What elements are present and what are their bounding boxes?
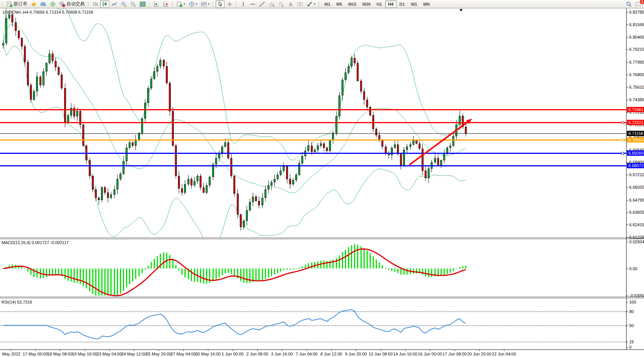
metaeditor-button[interactable]: [29, 0, 38, 8]
time-tick-mark: [35, 350, 36, 351]
price-tick-label: 6.76800: [627, 72, 644, 77]
rsi-axis-label: 80: [627, 309, 634, 314]
time-tick-mark: [307, 350, 307, 351]
time-tick-label: May 2022: [2, 352, 20, 356]
time-tick-mark: [282, 350, 282, 351]
price-tick-label: 6.66020: [627, 185, 644, 189]
search-button[interactable]: [624, 0, 633, 8]
text-label-button[interactable]: T: [296, 0, 305, 8]
time-tick-mark: [430, 350, 430, 351]
line-chart-button[interactable]: [110, 0, 119, 8]
chart-shift-button[interactable]: [161, 0, 170, 8]
crosshair-button[interactable]: [225, 0, 234, 8]
vertical-line-icon: [240, 1, 246, 7]
trendline-icon: [259, 1, 265, 7]
time-tick-mark: [109, 350, 110, 351]
time-tick-label: 17 Jun 08:00: [442, 352, 467, 356]
new-order-button[interactable]: 新订单: [5, 0, 29, 8]
toolbar-separator: [236, 1, 237, 7]
timeframe-D1[interactable]: D1: [397, 0, 408, 8]
macd-canvas[interactable]: [0, 239, 626, 297]
timeframe-group: M1M5M15M30H1H4D1W1MN: [321, 0, 433, 8]
cursor-button[interactable]: [216, 0, 225, 8]
rsi-label: RSI(14) 53.7319: [2, 300, 32, 304]
timeframe-M5[interactable]: M5: [333, 0, 345, 8]
timeframe-H1[interactable]: H1: [373, 0, 385, 8]
timeframe-H4[interactable]: H4: [385, 0, 397, 8]
price-level-label: 6.71158: [627, 131, 644, 136]
time-tick-label: 22 Jun 04:00: [492, 352, 516, 356]
price-tick-label: 6.75610: [627, 85, 644, 89]
chart-shift-marker-icon[interactable]: [460, 9, 463, 11]
price-tick-label: 6.64795: [627, 198, 644, 202]
timeframe-M1[interactable]: M1: [321, 0, 333, 8]
price-chart-canvas[interactable]: [0, 8, 626, 238]
time-tick-label: 25 May 20:00: [146, 352, 172, 356]
templates-button[interactable]: ▾: [199, 0, 211, 8]
price-tick-label: 6.67210: [627, 172, 644, 177]
price-tick-label: 6.79215: [627, 47, 644, 52]
rsi-axis-label: 15: [627, 340, 634, 344]
trendline-button[interactable]: [258, 0, 267, 8]
mt4-terminal-window: 新订单 自动交易 ▾ ▾ ▾ E F A T: [0, 0, 644, 357]
time-tick-mark: [479, 350, 480, 351]
dropdown-caret-icon: ▾: [314, 3, 315, 6]
cursor-icon: [217, 1, 223, 7]
crosshair-icon: [227, 1, 233, 7]
new-chart-button[interactable]: ▾: [175, 0, 187, 8]
time-tick-mark: [331, 350, 332, 351]
rsi-canvas[interactable]: [0, 298, 626, 349]
price-tick-label: 6.63605: [627, 210, 644, 215]
bar-chart-button[interactable]: [91, 0, 100, 8]
time-tick-mark: [60, 350, 60, 351]
time-tick-mark: [504, 350, 504, 351]
templates-icon: [201, 1, 207, 7]
arrows-icon: [307, 1, 313, 7]
macd-axis-label: 0.029341: [627, 240, 644, 244]
zoom-out-button[interactable]: [129, 0, 138, 8]
timeframe-MN[interactable]: MN: [420, 0, 433, 8]
timeframe-M15[interactable]: M15: [345, 0, 359, 8]
price-tick-label: 6.74385: [627, 97, 644, 102]
candlestick-chart-button[interactable]: [100, 0, 109, 8]
timeframe-W1[interactable]: W1: [408, 0, 420, 8]
notifications-button[interactable]: 1: [634, 0, 643, 8]
periods-button[interactable]: ▾: [187, 0, 199, 8]
time-tick-mark: [233, 350, 233, 351]
price-level-label: 6.68072: [627, 163, 644, 168]
time-tick-label: 16 Jun 00:00: [418, 352, 442, 356]
macd-axis-label: 0.00: [627, 266, 637, 271]
macd-axis-label: -0.030587: [627, 293, 644, 298]
time-tick-mark: [208, 350, 208, 351]
equidistant-channel-button[interactable]: E: [267, 0, 276, 8]
svg-text:F: F: [282, 5, 283, 7]
mql5-community-button[interactable]: [39, 0, 48, 8]
arrows-button[interactable]: ▾: [305, 0, 317, 8]
macd-label: MACD(12,26,9) 0.001727 -0.002117: [2, 240, 69, 245]
price-tick-label: 6.61225: [627, 235, 644, 240]
candlestick-icon: [102, 1, 108, 7]
price-tick-label: 6.80405: [627, 35, 644, 39]
zoom-out-icon: [130, 1, 136, 7]
timeframe-M30[interactable]: M30: [359, 0, 373, 8]
time-tick-label: 24 May 12:00: [121, 352, 147, 356]
main-toolbar: 新订单 自动交易 ▾ ▾ ▾ E F A T: [0, 0, 644, 8]
horizontal-line-button[interactable]: [248, 0, 257, 8]
signals-button[interactable]: [48, 0, 57, 8]
rsi-axis-label: 100: [627, 300, 636, 304]
time-axis[interactable]: May 202217 May 00:0018 May 08:0019 May 1…: [0, 349, 644, 357]
time-tick-label: 27 May 04:00: [171, 352, 196, 356]
price-axis[interactable]: 6.827856.815956.804056.792156.779906.768…: [627, 8, 644, 349]
text-button[interactable]: A: [286, 0, 295, 8]
tile-windows-button[interactable]: [138, 0, 147, 8]
fibonacci-button[interactable]: F: [277, 0, 286, 8]
svg-text:T: T: [299, 2, 301, 6]
toolbar-separator: [319, 1, 320, 7]
zoom-in-button[interactable]: [119, 0, 128, 8]
text-label-icon: T: [297, 1, 303, 7]
time-tick-label: 3 Jun 16:00: [271, 352, 293, 356]
auto-scroll-button[interactable]: [152, 0, 161, 8]
price-level-label: 6.69283: [627, 150, 644, 156]
autotrading-button[interactable]: 自动交易: [58, 0, 86, 8]
vertical-line-button[interactable]: [239, 0, 248, 8]
